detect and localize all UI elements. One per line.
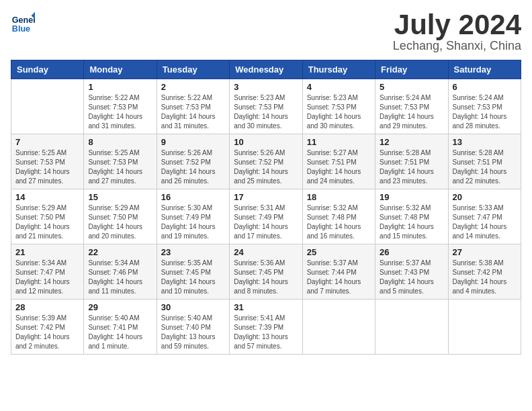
day-info: Sunrise: 5:26 AMSunset: 7:52 PMDaylight:… [161, 148, 225, 186]
day-info: Sunrise: 5:22 AMSunset: 7:53 PMDaylight:… [88, 93, 152, 131]
day-info: Sunrise: 5:41 AMSunset: 7:39 PMDaylight:… [234, 314, 298, 351]
weekday-header-wednesday: Wednesday [230, 60, 302, 79]
weekday-header-monday: Monday [84, 60, 157, 79]
day-cell: 28Sunrise: 5:39 AMSunset: 7:42 PMDayligh… [11, 300, 84, 355]
day-cell: 7Sunrise: 5:25 AMSunset: 7:53 PMDaylight… [11, 134, 84, 189]
day-info: Sunrise: 5:24 AMSunset: 7:53 PMDaylight:… [453, 93, 517, 131]
day-cell: 13Sunrise: 5:28 AMSunset: 7:51 PMDayligh… [448, 134, 521, 189]
day-number: 20 [453, 192, 517, 202]
day-cell: 2Sunrise: 5:22 AMSunset: 7:53 PMDaylight… [157, 79, 229, 134]
day-number: 25 [307, 247, 371, 257]
week-row-2: 7Sunrise: 5:25 AMSunset: 7:53 PMDaylight… [11, 134, 521, 189]
day-number: 17 [234, 192, 298, 202]
title-block: July 2024 Lechang, Shanxi, China [393, 11, 521, 53]
day-number: 18 [307, 192, 371, 202]
week-row-3: 14Sunrise: 5:29 AMSunset: 7:50 PMDayligh… [11, 189, 521, 244]
day-cell: 18Sunrise: 5:32 AMSunset: 7:48 PMDayligh… [302, 189, 375, 244]
day-number: 26 [380, 247, 443, 257]
day-info: Sunrise: 5:39 AMSunset: 7:42 PMDaylight:… [15, 314, 79, 351]
day-number: 24 [234, 247, 298, 257]
day-cell: 27Sunrise: 5:38 AMSunset: 7:42 PMDayligh… [448, 244, 521, 300]
day-info: Sunrise: 5:38 AMSunset: 7:42 PMDaylight:… [453, 259, 517, 296]
day-cell: 8Sunrise: 5:25 AMSunset: 7:53 PMDaylight… [84, 134, 157, 189]
day-cell: 6Sunrise: 5:24 AMSunset: 7:53 PMDaylight… [448, 79, 521, 134]
day-cell: 1Sunrise: 5:22 AMSunset: 7:53 PMDaylight… [84, 79, 157, 134]
day-number: 10 [234, 137, 298, 147]
day-info: Sunrise: 5:25 AMSunset: 7:53 PMDaylight:… [88, 148, 152, 186]
svg-text:Blue: Blue [12, 24, 30, 34]
day-info: Sunrise: 5:26 AMSunset: 7:52 PMDaylight:… [234, 148, 298, 186]
day-info: Sunrise: 5:36 AMSunset: 7:45 PMDaylight:… [234, 259, 298, 296]
day-number: 30 [161, 302, 225, 312]
day-cell: 5Sunrise: 5:24 AMSunset: 7:53 PMDaylight… [375, 79, 448, 134]
day-number: 8 [88, 137, 152, 147]
day-number: 4 [307, 82, 371, 92]
month-title: July 2024 [393, 11, 521, 39]
day-number: 21 [15, 247, 79, 257]
weekday-header-saturday: Saturday [448, 60, 521, 79]
day-info: Sunrise: 5:40 AMSunset: 7:40 PMDaylight:… [161, 314, 225, 351]
day-number: 13 [453, 137, 517, 147]
day-cell: 30Sunrise: 5:40 AMSunset: 7:40 PMDayligh… [157, 300, 229, 355]
week-row-1: 1Sunrise: 5:22 AMSunset: 7:53 PMDaylight… [11, 79, 521, 134]
day-info: Sunrise: 5:31 AMSunset: 7:49 PMDaylight:… [234, 203, 298, 241]
day-cell: 29Sunrise: 5:40 AMSunset: 7:41 PMDayligh… [84, 300, 157, 355]
day-info: Sunrise: 5:35 AMSunset: 7:45 PMDaylight:… [161, 259, 225, 296]
day-cell [375, 300, 448, 355]
day-number: 11 [307, 137, 371, 147]
day-info: Sunrise: 5:29 AMSunset: 7:50 PMDaylight:… [88, 203, 152, 241]
week-row-5: 28Sunrise: 5:39 AMSunset: 7:42 PMDayligh… [11, 300, 521, 355]
day-cell [11, 79, 84, 134]
day-number: 5 [380, 82, 443, 92]
day-info: Sunrise: 5:37 AMSunset: 7:43 PMDaylight:… [380, 259, 443, 296]
day-cell: 17Sunrise: 5:31 AMSunset: 7:49 PMDayligh… [230, 189, 302, 244]
weekday-header-row: SundayMondayTuesdayWednesdayThursdayFrid… [11, 60, 521, 79]
weekday-header-friday: Friday [375, 60, 448, 79]
day-cell: 14Sunrise: 5:29 AMSunset: 7:50 PMDayligh… [11, 189, 84, 244]
weekday-header-thursday: Thursday [302, 60, 375, 79]
day-info: Sunrise: 5:28 AMSunset: 7:51 PMDaylight:… [453, 148, 517, 186]
weekday-header-sunday: Sunday [11, 60, 84, 79]
day-number: 3 [234, 82, 298, 92]
day-info: Sunrise: 5:22 AMSunset: 7:53 PMDaylight:… [161, 93, 225, 131]
location-title: Lechang, Shanxi, China [393, 39, 521, 53]
day-number: 7 [15, 137, 79, 147]
day-info: Sunrise: 5:23 AMSunset: 7:53 PMDaylight:… [234, 93, 298, 131]
day-cell: 25Sunrise: 5:37 AMSunset: 7:44 PMDayligh… [302, 244, 375, 300]
logo-icon: General Blue [11, 11, 35, 35]
day-info: Sunrise: 5:32 AMSunset: 7:48 PMDaylight:… [380, 203, 443, 241]
day-cell: 3Sunrise: 5:23 AMSunset: 7:53 PMDaylight… [230, 79, 302, 134]
day-info: Sunrise: 5:30 AMSunset: 7:49 PMDaylight:… [161, 203, 225, 241]
day-cell: 16Sunrise: 5:30 AMSunset: 7:49 PMDayligh… [157, 189, 229, 244]
day-number: 1 [88, 82, 152, 92]
day-number: 16 [161, 192, 225, 202]
day-number: 15 [88, 192, 152, 202]
day-info: Sunrise: 5:29 AMSunset: 7:50 PMDaylight:… [15, 203, 79, 241]
day-info: Sunrise: 5:24 AMSunset: 7:53 PMDaylight:… [380, 93, 443, 131]
week-row-4: 21Sunrise: 5:34 AMSunset: 7:47 PMDayligh… [11, 244, 521, 300]
day-number: 31 [234, 302, 298, 312]
day-number: 19 [380, 192, 443, 202]
day-cell [448, 300, 521, 355]
day-cell: 31Sunrise: 5:41 AMSunset: 7:39 PMDayligh… [230, 300, 302, 355]
day-cell: 4Sunrise: 5:23 AMSunset: 7:53 PMDaylight… [302, 79, 375, 134]
day-info: Sunrise: 5:33 AMSunset: 7:47 PMDaylight:… [453, 203, 517, 241]
day-cell: 22Sunrise: 5:34 AMSunset: 7:46 PMDayligh… [84, 244, 157, 300]
day-number: 6 [453, 82, 517, 92]
day-cell: 9Sunrise: 5:26 AMSunset: 7:52 PMDaylight… [157, 134, 229, 189]
day-cell: 11Sunrise: 5:27 AMSunset: 7:51 PMDayligh… [302, 134, 375, 189]
day-info: Sunrise: 5:34 AMSunset: 7:46 PMDaylight:… [88, 259, 152, 296]
day-info: Sunrise: 5:32 AMSunset: 7:48 PMDaylight:… [307, 203, 371, 241]
day-cell: 24Sunrise: 5:36 AMSunset: 7:45 PMDayligh… [230, 244, 302, 300]
day-info: Sunrise: 5:37 AMSunset: 7:44 PMDaylight:… [307, 259, 371, 296]
day-cell: 20Sunrise: 5:33 AMSunset: 7:47 PMDayligh… [448, 189, 521, 244]
day-number: 22 [88, 247, 152, 257]
day-info: Sunrise: 5:23 AMSunset: 7:53 PMDaylight:… [307, 93, 371, 131]
calendar-table: SundayMondayTuesdayWednesdayThursdayFrid… [11, 60, 521, 355]
day-number: 12 [380, 137, 443, 147]
day-info: Sunrise: 5:40 AMSunset: 7:41 PMDaylight:… [88, 314, 152, 351]
day-cell: 19Sunrise: 5:32 AMSunset: 7:48 PMDayligh… [375, 189, 448, 244]
day-number: 9 [161, 137, 225, 147]
day-number: 14 [15, 192, 79, 202]
day-cell: 12Sunrise: 5:28 AMSunset: 7:51 PMDayligh… [375, 134, 448, 189]
